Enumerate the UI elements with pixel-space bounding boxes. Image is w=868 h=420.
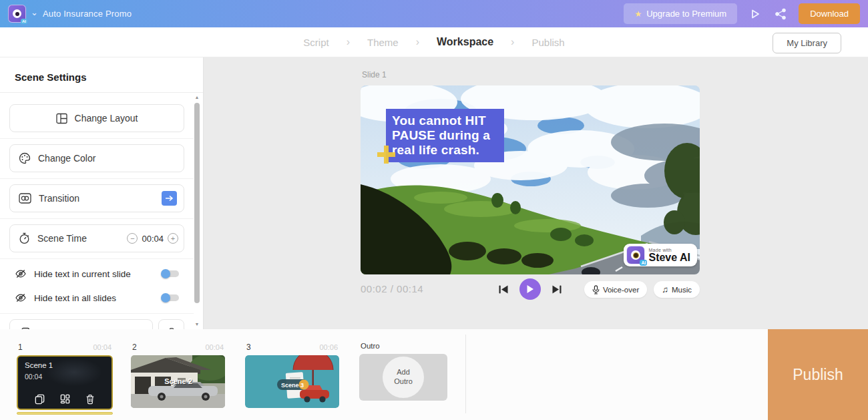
divider — [465, 335, 466, 413]
divider — [9, 172, 184, 184]
palette-icon — [19, 152, 31, 164]
hide-text-all-label: Hide text in all slides — [34, 293, 116, 303]
scene-time-control: Scene Time − 00:04 + — [9, 224, 184, 252]
workspace: Slide 1 — [204, 57, 868, 329]
scene-card-2: 2 00:04 — [131, 329, 225, 408]
hide-text-current-toggle[interactable] — [162, 270, 179, 277]
playback-time: 00:02 / 00:14 — [361, 283, 423, 294]
duplicate-icon[interactable] — [35, 394, 45, 405]
scrollbar-thumb[interactable] — [194, 103, 200, 303]
layout-grid-icon[interactable] — [60, 394, 70, 404]
change-color-button[interactable]: Change Color — [9, 144, 184, 172]
camera-lens-icon — [631, 250, 640, 260]
transition-preview-chip[interactable] — [162, 191, 177, 206]
divider — [9, 132, 184, 144]
play-icon — [526, 284, 534, 294]
steve-ai-watermark: AI Made with Steve AI — [624, 244, 697, 266]
eye-off-icon — [15, 292, 27, 303]
toggle-knob — [161, 293, 170, 302]
add-outro-button[interactable]: Add Outro — [359, 354, 447, 401]
scene-card-1: 1 00:04 Scene 1 00:04 — [17, 329, 113, 415]
voice-over-button[interactable]: Voice-over — [584, 281, 647, 298]
outro-card: Outro Add Outro — [359, 329, 447, 401]
next-scene-button[interactable] — [551, 284, 562, 295]
arrow-right-icon — [165, 195, 174, 202]
toggle-knob — [161, 269, 170, 278]
scene-number: 2 — [132, 343, 137, 352]
scene-1-label: Scene 1 — [25, 361, 53, 369]
play-button[interactable] — [519, 278, 541, 300]
hide-text-current-row: Hide text in current slide — [9, 264, 184, 283]
scene-3-label: Scene 3 — [281, 382, 304, 389]
scene-timeline: 1 00:04 Scene 1 00:04 — [0, 329, 868, 420]
voice-over-label: Voice-over — [603, 286, 639, 294]
playback-controls: 00:02 / 00:14 — [361, 278, 700, 301]
nav-step-theme[interactable]: Theme — [367, 37, 399, 48]
watermark-brand: Steve AI — [648, 252, 690, 263]
scene-2-label: Scene 2 — [164, 377, 192, 385]
scene-time-decrease-button[interactable]: − — [127, 233, 138, 244]
main-body: Scene Settings Change Layout — [0, 57, 868, 329]
publish-label: Publish — [793, 366, 843, 384]
video-preview[interactable]: You cannot HIT PAUSE during a real life … — [361, 85, 700, 274]
music-button[interactable]: ♫ Music — [654, 281, 700, 298]
delete-scene-button[interactable] — [158, 319, 184, 329]
scroll-down-icon[interactable]: ▼ — [194, 322, 200, 327]
scene-number: 3 — [246, 343, 251, 352]
transition-button[interactable]: Transition — [9, 184, 184, 212]
eye-off-icon — [15, 268, 27, 279]
preview-play-icon[interactable] — [748, 7, 763, 21]
nav-step-publish[interactable]: Publish — [531, 37, 564, 48]
divider — [0, 92, 203, 93]
scroll-up-icon[interactable]: ▲ — [194, 95, 200, 99]
previous-scene-button[interactable] — [498, 284, 509, 295]
scene-time-label: Scene Time — [37, 233, 87, 244]
project-title: Auto Insurance Promo — [43, 9, 132, 19]
transition-label: Transition — [39, 193, 79, 204]
scene-2-art: Scene 2 Scene 2 — [131, 355, 225, 408]
scene-2-thumbnail[interactable]: Scene 2 Scene 2 — [131, 355, 225, 408]
scene-number: 1 — [18, 343, 23, 352]
selected-scene-indicator — [17, 412, 113, 415]
sidebar-scrollbar[interactable]: ▲ ▼ — [194, 93, 200, 329]
slide-text-overlay[interactable]: You cannot HIT PAUSE during a real life … — [386, 109, 504, 162]
change-layout-label: Change Layout — [75, 113, 138, 124]
app-window: AI ⌄ Auto Insurance Promo ★ Upgrade to P… — [0, 0, 868, 420]
add-outro-circle[interactable]: Add Outro — [383, 357, 424, 398]
app-logo-icon[interactable]: AI — [8, 5, 26, 23]
upgrade-premium-label: Upgrade to Premium — [646, 9, 726, 19]
hide-text-current-label: Hide text in current slide — [34, 269, 131, 279]
publish-button[interactable]: Publish — [768, 329, 868, 420]
music-label: Music — [672, 286, 692, 294]
change-layout-button[interactable]: Change Layout — [9, 104, 184, 132]
scene-card-3: 3 00:06 Scene 3 — [245, 329, 339, 408]
duplicate-scene-button[interactable]: Duplicate Scene — [9, 319, 153, 329]
my-library-button[interactable]: My Library — [773, 33, 841, 53]
nav-step-workspace[interactable]: Workspace — [437, 36, 493, 48]
download-button[interactable]: Download — [799, 3, 860, 24]
scene-1-thumbnail[interactable]: Scene 1 00:04 — [17, 355, 113, 410]
upgrade-premium-button[interactable]: ★ Upgrade to Premium — [624, 3, 737, 24]
share-icon[interactable] — [773, 7, 788, 21]
star-icon: ★ — [634, 9, 642, 19]
transition-icon — [19, 193, 31, 204]
divider — [9, 307, 184, 319]
chevron-right-icon: › — [416, 36, 419, 48]
scene-3-art: Scene 3 — [245, 355, 339, 408]
scene-time-increase-button[interactable]: + — [168, 233, 178, 244]
sidebar-title: Scene Settings — [0, 57, 203, 92]
trash-icon[interactable] — [85, 394, 95, 405]
chevron-down-icon[interactable]: ⌄ — [31, 8, 38, 17]
hide-text-all-toggle[interactable] — [162, 294, 179, 301]
scene-3-thumbnail[interactable]: Scene 3 — [245, 355, 339, 408]
scene-settings-sidebar: Scene Settings Change Layout — [0, 57, 204, 329]
chevron-right-icon: › — [347, 36, 350, 48]
slide-label: Slide 1 — [362, 70, 387, 79]
ai-badge: AI — [21, 19, 27, 24]
nav-step-script[interactable]: Script — [303, 37, 329, 48]
change-color-label: Change Color — [38, 153, 95, 164]
scene-duration: 00:04 — [93, 343, 112, 351]
plus-handle-icon[interactable] — [377, 146, 395, 164]
divider — [9, 252, 184, 264]
camera-lens-icon — [13, 9, 21, 18]
